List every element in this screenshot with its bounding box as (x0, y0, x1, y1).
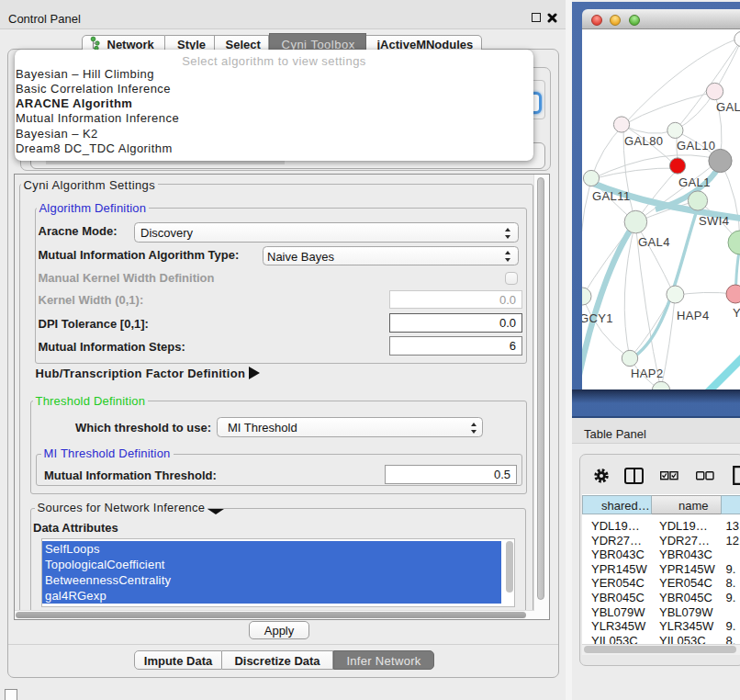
svg-text:GAL80: GAL80 (624, 134, 663, 148)
svg-text:HAP4: HAP4 (677, 309, 710, 322)
svg-text:SWI4: SWI4 (699, 214, 729, 228)
svg-text:GAL10: GAL10 (677, 139, 715, 152)
svg-text:GAL4: GAL4 (638, 235, 670, 249)
svg-text:GAL2: GAL2 (716, 100, 740, 114)
svg-text:YM: YM (733, 306, 740, 320)
svg-text:HAP2: HAP2 (631, 367, 664, 380)
svg-text:GAL11: GAL11 (592, 189, 631, 203)
svg-text:GAL1: GAL1 (678, 175, 711, 189)
svg-text:GCY1: GCY1 (582, 311, 613, 325)
